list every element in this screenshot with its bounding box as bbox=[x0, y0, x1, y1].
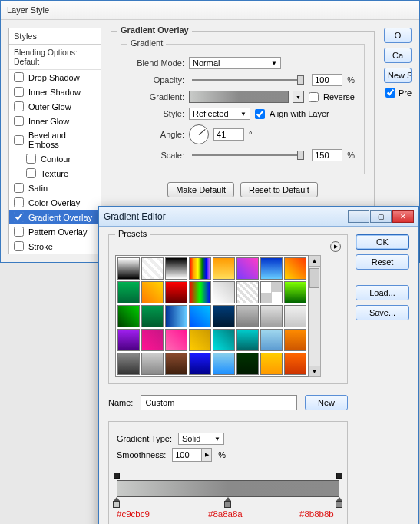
preset-swatch[interactable] bbox=[141, 281, 164, 303]
preset-swatch[interactable] bbox=[189, 329, 211, 351]
angle-input[interactable]: 41 bbox=[213, 128, 244, 141]
maximize-button[interactable]: ▢ bbox=[370, 210, 392, 223]
gradient-type-dropdown[interactable]: Solid ▼ bbox=[178, 433, 224, 445]
preset-swatch[interactable] bbox=[165, 305, 187, 327]
scroll-up-icon[interactable]: ▲ bbox=[309, 256, 320, 267]
style-item-inner-glow[interactable]: Inner Glow bbox=[9, 114, 101, 128]
preset-swatch[interactable] bbox=[236, 329, 259, 351]
load-button[interactable]: Load... bbox=[356, 285, 409, 300]
preset-swatch[interactable] bbox=[117, 281, 140, 303]
gradient-dropdown-button[interactable]: ▼ bbox=[293, 91, 304, 103]
style-item-outer-glow[interactable]: Outer Glow bbox=[9, 99, 101, 114]
preset-swatch[interactable] bbox=[189, 353, 211, 375]
preset-swatch[interactable] bbox=[284, 353, 306, 375]
style-item-color-overlay[interactable]: Color Overlay bbox=[9, 195, 101, 210]
reset-default-button[interactable]: Reset to Default bbox=[240, 182, 318, 197]
style-checkbox[interactable] bbox=[14, 227, 24, 237]
ok-button[interactable]: O bbox=[384, 28, 412, 43]
gradient-swatch[interactable] bbox=[189, 91, 289, 103]
style-item-bevel-and-emboss[interactable]: Bevel and Emboss bbox=[9, 128, 101, 151]
preview-checkbox[interactable] bbox=[385, 88, 395, 98]
preset-swatch[interactable] bbox=[165, 257, 187, 280]
style-checkbox[interactable] bbox=[14, 183, 24, 193]
presets-menu-icon[interactable]: ▶ bbox=[330, 241, 341, 252]
cancel-button[interactable]: Ca bbox=[384, 48, 412, 63]
blend-mode-dropdown[interactable]: Normal ▼ bbox=[189, 57, 281, 69]
opacity-slider[interactable] bbox=[192, 79, 304, 81]
save-button[interactable]: Save... bbox=[356, 305, 409, 320]
minimize-button[interactable]: ― bbox=[348, 210, 369, 223]
preset-swatch[interactable] bbox=[236, 281, 259, 303]
preset-swatch[interactable] bbox=[117, 257, 140, 280]
presets-scrollbar[interactable]: ▲ ▼ bbox=[309, 255, 321, 377]
preset-swatch[interactable] bbox=[117, 353, 140, 375]
reverse-checkbox[interactable] bbox=[309, 92, 319, 102]
smoothness-stepper[interactable]: ▶ bbox=[201, 448, 212, 462]
preset-swatch[interactable] bbox=[165, 353, 187, 375]
preset-swatch[interactable] bbox=[284, 257, 306, 280]
preset-swatch[interactable] bbox=[189, 257, 211, 280]
style-item-inner-shadow[interactable]: Inner Shadow bbox=[9, 85, 101, 99]
styles-header[interactable]: Styles bbox=[9, 28, 101, 45]
preset-swatch[interactable] bbox=[141, 305, 164, 327]
preset-swatch[interactable] bbox=[141, 329, 164, 351]
angle-dial[interactable] bbox=[189, 124, 209, 144]
gradient-editor-titlebar[interactable]: Gradient Editor ― ▢ ✕ bbox=[99, 207, 418, 227]
preset-swatch[interactable] bbox=[236, 257, 259, 280]
style-dropdown[interactable]: Reflected ▼ bbox=[189, 108, 250, 120]
close-button[interactable]: ✕ bbox=[392, 210, 414, 223]
preset-swatch[interactable] bbox=[189, 305, 211, 327]
new-button[interactable]: New bbox=[305, 395, 348, 410]
preset-swatch[interactable] bbox=[189, 281, 211, 303]
preset-swatch[interactable] bbox=[213, 353, 235, 375]
scroll-down-icon[interactable]: ▼ bbox=[309, 366, 320, 376]
name-input[interactable]: Custom bbox=[141, 395, 297, 410]
style-item-stroke[interactable]: Stroke bbox=[9, 239, 101, 254]
preset-swatch[interactable] bbox=[260, 257, 283, 280]
preset-swatch[interactable] bbox=[117, 305, 140, 327]
preset-swatch[interactable] bbox=[236, 305, 259, 327]
scale-input[interactable]: 150 bbox=[312, 149, 342, 161]
preset-swatch[interactable] bbox=[284, 305, 306, 327]
color-stop[interactable] bbox=[113, 497, 120, 508]
make-default-button[interactable]: Make Default bbox=[167, 182, 234, 197]
preset-swatch[interactable] bbox=[260, 329, 283, 351]
layer-style-titlebar[interactable]: Layer Style bbox=[1, 1, 419, 20]
align-checkbox[interactable] bbox=[255, 109, 265, 119]
style-item-drop-shadow[interactable]: Drop Shadow bbox=[9, 70, 101, 85]
style-item-gradient-overlay[interactable]: Gradient Overlay bbox=[9, 210, 101, 224]
scale-slider[interactable] bbox=[192, 154, 304, 156]
style-checkbox[interactable] bbox=[26, 154, 36, 164]
preset-swatch[interactable] bbox=[260, 281, 283, 303]
preset-swatch[interactable] bbox=[260, 305, 283, 327]
preset-swatch[interactable] bbox=[213, 305, 235, 327]
preset-swatch[interactable] bbox=[117, 329, 140, 351]
opacity-stop[interactable] bbox=[336, 473, 342, 479]
style-checkbox[interactable] bbox=[14, 241, 24, 251]
preset-swatch[interactable] bbox=[260, 353, 283, 375]
new-style-button[interactable]: New S bbox=[384, 68, 412, 83]
opacity-input[interactable]: 100 bbox=[312, 74, 342, 86]
style-item-pattern-overlay[interactable]: Pattern Overlay bbox=[9, 224, 101, 239]
preset-swatch[interactable] bbox=[141, 257, 164, 280]
color-stop[interactable] bbox=[336, 497, 342, 508]
preset-swatch[interactable] bbox=[236, 353, 259, 375]
preset-swatch[interactable] bbox=[284, 281, 306, 303]
preset-swatch[interactable] bbox=[213, 281, 235, 303]
gradient-bar[interactable]: #c9cbc9#8a8a8a#8b8b8b bbox=[117, 473, 339, 522]
style-item-satin[interactable]: Satin bbox=[9, 181, 101, 195]
style-item-texture[interactable]: Texture bbox=[9, 166, 101, 181]
style-checkbox[interactable] bbox=[26, 168, 36, 178]
preset-swatch[interactable] bbox=[165, 329, 187, 351]
scroll-thumb[interactable] bbox=[309, 268, 319, 288]
reset-button[interactable]: Reset bbox=[356, 254, 409, 270]
style-checkbox[interactable] bbox=[14, 197, 24, 207]
style-checkbox[interactable] bbox=[14, 72, 24, 82]
style-checkbox[interactable] bbox=[14, 135, 24, 145]
preset-swatch[interactable] bbox=[284, 329, 306, 351]
preset-swatch[interactable] bbox=[141, 353, 164, 375]
blending-options-row[interactable]: Blending Options: Default bbox=[9, 45, 101, 70]
ok-button[interactable]: OK bbox=[356, 234, 409, 250]
style-checkbox[interactable] bbox=[14, 101, 24, 111]
color-stop[interactable] bbox=[224, 497, 231, 508]
